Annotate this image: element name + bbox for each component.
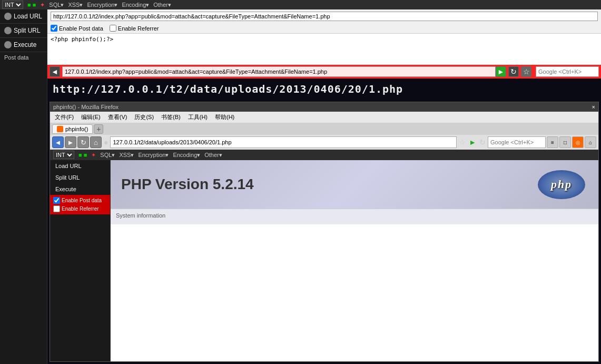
sidebar: Load URL Split URL Execute Post data [0,9,47,364]
xss-menu[interactable]: XSS▾ [68,2,83,8]
inner-execute-button[interactable]: Execute [50,183,110,195]
main-container: Load URL Split URL Execute Post data Ena… [0,9,601,364]
inner-split-url-button[interactable]: Split URL [50,172,110,183]
ff-search-input[interactable] [488,136,546,148]
inner-sql-menu[interactable]: SQL▾ [100,152,115,159]
inner-int-dropdown[interactable]: INT [53,151,74,159]
execute-button[interactable]: Execute [0,38,47,52]
ff-url-input[interactable] [110,136,457,148]
tab-favicon [57,126,63,132]
back-button[interactable]: ◄ [50,66,60,77]
ff-back-button[interactable]: ◄ [52,136,64,148]
php-logo: php [535,169,588,200]
firefox-navbar: ◄ ► ↻ ⌂ ● ☆ ► ↻ ≡ □ ◎ ⌂ [50,135,598,150]
inner-toolbar: INT ■ ■ ✦ SQL▾ XSS▾ Encryption▾ Encoding… [50,150,598,160]
ff-home-button[interactable]: ⌂ [90,136,102,148]
menu-bookmarks[interactable]: 书签(B) [160,113,182,122]
split-url-icon [4,27,12,34]
int-dropdown[interactable]: INT [2,1,23,9]
menu-view[interactable]: 查看(V) [106,113,129,122]
firefox-menubar: 文件(F) 编辑(E) 查看(V) 历史(S) 书签(B) 工具(H) 帮助(H… [50,112,598,123]
inner-sidebar: Load URL Split URL Execute Ena [50,160,111,361]
inner-load-url-button[interactable]: Load URL [50,160,110,172]
menu-tools[interactable]: 工具(H) [186,113,209,122]
post-data-label: Post data [0,52,47,63]
inner-encoding-menu[interactable]: Encoding▾ [173,152,200,159]
nav-url-input[interactable] [62,66,496,77]
ff-star-icon[interactable]: ☆ [459,138,466,146]
ff-bookmark-icon[interactable]: ● [104,138,108,146]
ff-icon-1[interactable]: ≡ [547,136,558,148]
php-logo-inner: php [538,170,585,199]
inner-enable-post-checkbox[interactable] [53,197,60,204]
enable-referrer-text: Enable Referrer [118,25,159,32]
ff-arrow-icon[interactable]: ► [469,138,476,146]
post-data-area: <?php phpinfo();?> [47,33,601,65]
green-squares-icon[interactable]: ■ ■ [27,2,36,8]
load-url-label: Load URL [14,13,42,20]
firefox-tabbar: phpinfo() + [50,123,598,135]
enable-post-data-text: Enable Post data [59,25,103,32]
load-url-button[interactable]: Load URL [0,9,47,24]
ff-refresh-button[interactable]: ↻ [77,136,89,148]
firefox-titlebar: phpinfo() - Mozilla Firefox × [50,102,598,112]
inner-load-url-label: Load URL [55,163,82,169]
ff-icon-3[interactable]: ◎ [572,136,584,148]
sql-menu[interactable]: SQL▾ [49,2,64,8]
encryption-menu[interactable]: Encryption▾ [87,2,117,8]
firefox-tab[interactable]: phpinfo() [52,124,93,134]
ff-reload-icon[interactable]: ↻ [479,138,486,146]
execute-label: Execute [14,41,36,48]
firefox-title: phpinfo() - Mozilla Firefox [53,104,119,110]
url-input[interactable] [51,12,598,21]
tab-label: phpinfo() [65,126,88,132]
firefox-window: phpinfo() - Mozilla Firefox × 文件(F) 编辑(E… [50,102,599,362]
menu-help[interactable]: 帮助(H) [213,113,236,122]
enable-post-data-label[interactable]: Enable Post data [51,25,103,32]
inner-green-squares[interactable]: ■ ■ [78,152,87,158]
php-info-text: System information [116,212,165,219]
ff-forward-button[interactable]: ► [65,136,76,148]
menu-edit[interactable]: 编辑(E) [80,113,102,122]
menu-file[interactable]: 文件(F) [53,113,75,122]
inner-xss-menu[interactable]: XSS▾ [119,152,134,159]
php-version: PHP Version 5.2.14 [121,176,254,193]
menu-history[interactable]: 历史(S) [133,113,155,122]
star-button[interactable]: ☆ [521,66,531,77]
execute-icon [4,41,12,48]
other-menu[interactable]: Other▾ [153,2,171,8]
checkboxes-row: Enable Post data Enable Referrer [47,23,601,33]
php-info-content: PHP Version 5.2.14 php System informatio… [111,160,598,361]
nav-search-input[interactable] [536,66,599,77]
split-url-button[interactable]: Split URL [0,24,47,38]
go-button[interactable]: ► [496,66,506,77]
inner-main: Load URL Split URL Execute Ena [50,160,598,361]
refresh-button[interactable]: ↻ [508,66,519,77]
inner-encryption-menu[interactable]: Encryption▾ [138,152,169,159]
split-url-label: Split URL [14,27,41,34]
php-logo-text: php [551,178,572,191]
inner-enable-referrer-label[interactable]: Enable Referrer [53,205,107,212]
top-toolbar: INT ■ ■ ✦ SQL▾ XSS▾ Encryption▾ Encoding… [0,0,601,9]
enable-referrer-label[interactable]: Enable Referrer [110,25,159,32]
post-data-value: <?php phpinfo();?> [51,36,113,43]
firefox-close-button[interactable]: × [592,104,595,110]
add-tab-button[interactable]: + [94,124,103,134]
nav-bar: ◄ ► ↻ ☆ [47,65,601,78]
inner-red-dot: ✦ [91,152,96,159]
inner-enable-post-label[interactable]: Enable Post data [53,197,107,204]
content-area: Enable Post data Enable Referrer <?php p… [47,9,601,364]
enable-referrer-checkbox[interactable] [110,25,116,32]
inner-enable-referrer-text: Enable Referrer [62,206,99,212]
ff-icon-4[interactable]: ⌂ [585,136,596,148]
inner-enable-referrer-checkbox[interactable] [53,205,60,212]
inner-checkboxes-area: Enable Post data Enable Referrer [50,195,110,214]
inner-execute-label: Execute [55,186,76,192]
inner-enable-post-text: Enable Post data [62,198,102,203]
url-input-area [47,9,601,23]
encoding-menu[interactable]: Encoding▾ [122,2,149,8]
inner-other-menu[interactable]: Other▾ [204,152,222,159]
red-dot-icon: ✦ [40,2,45,8]
ff-icon-2[interactable]: □ [559,136,571,148]
enable-post-data-checkbox[interactable] [51,25,57,32]
